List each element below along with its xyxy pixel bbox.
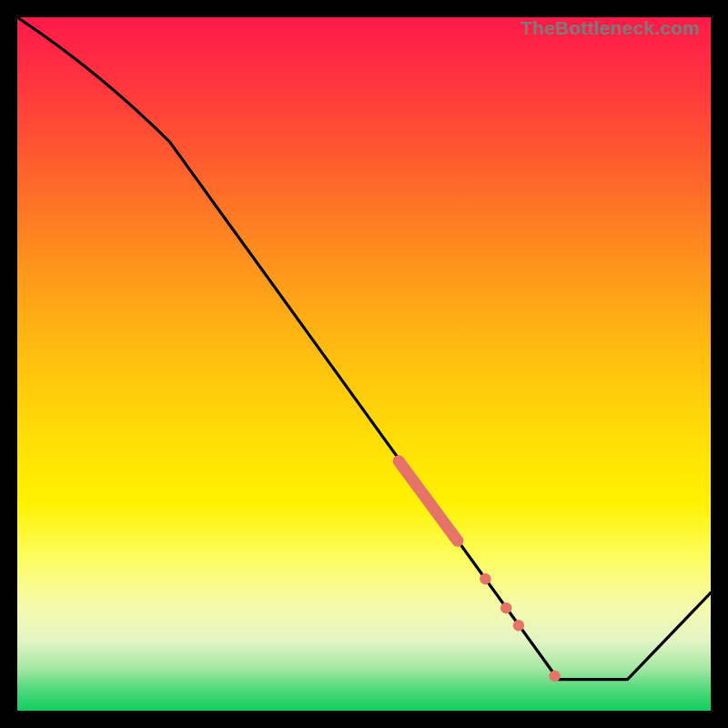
- chart-overlay: [17, 17, 711, 711]
- highlight-dot: [500, 602, 511, 613]
- plot-area: TheBottleneck.com: [17, 17, 711, 711]
- curve-line: [17, 17, 711, 680]
- highlight-dot: [513, 620, 524, 631]
- highlight-dot: [480, 573, 490, 584]
- highlight-dot: [549, 671, 560, 682]
- highlight-segment: [399, 461, 458, 541]
- chart-frame: TheBottleneck.com: [0, 0, 728, 728]
